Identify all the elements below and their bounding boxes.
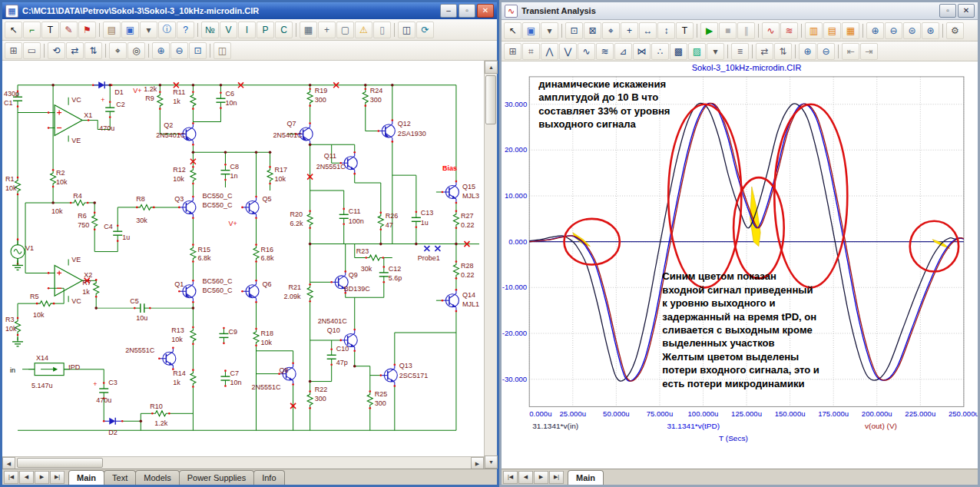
- vertical-scroll-thumb[interactable]: [485, 75, 496, 124]
- point-tag-icon[interactable]: +: [621, 22, 638, 39]
- next-page-button[interactable]: ▶: [35, 471, 49, 484]
- cursor-vertical-icon[interactable]: ⇅: [774, 43, 792, 60]
- component-C11[interactable]: [339, 208, 349, 225]
- crosshair-icon[interactable]: +: [318, 22, 336, 38]
- find-icon[interactable]: ⌖: [109, 42, 127, 59]
- component-R16[interactable]: [253, 244, 259, 262]
- component-R23[interactable]: [365, 255, 384, 260]
- component-R26[interactable]: [378, 212, 383, 230]
- component-R8[interactable]: [136, 204, 155, 210]
- properties-icon[interactable]: ⚙: [946, 22, 964, 39]
- component-X14[interactable]: [28, 363, 70, 376]
- multi-trace-icon[interactable]: ≋: [596, 43, 614, 60]
- node-voltages-icon[interactable]: V: [220, 22, 237, 38]
- waveform-add-icon[interactable]: ⋀: [541, 43, 558, 60]
- next-page-button[interactable]: ▶: [534, 471, 548, 484]
- component-C6[interactable]: [216, 91, 225, 108]
- component-dropdown-icon[interactable]: ▾: [140, 22, 157, 38]
- component-menu-icon[interactable]: ▣: [522, 22, 540, 39]
- mirror-icon[interactable]: ◫: [398, 22, 416, 38]
- tab-info[interactable]: Info: [253, 470, 284, 485]
- powers-icon[interactable]: P: [257, 22, 274, 38]
- wire-mode-icon[interactable]: ⌐: [23, 22, 41, 38]
- component-R12[interactable]: [190, 166, 196, 184]
- warning-icon[interactable]: ⚠: [355, 22, 372, 38]
- component-gnd2[interactable]: [12, 337, 23, 346]
- component-Q5[interactable]: [241, 196, 259, 219]
- probe-ac-icon[interactable]: ≋: [780, 22, 798, 39]
- component-Q12[interactable]: [377, 119, 395, 142]
- zoom-area-icon[interactable]: ⊡: [189, 42, 207, 59]
- run-icon[interactable]: ▶: [700, 22, 718, 39]
- close-button[interactable]: ✕: [958, 4, 975, 18]
- component-dropdown-icon[interactable]: ▾: [541, 22, 558, 39]
- tab-main[interactable]: Main: [568, 470, 604, 485]
- stop-icon[interactable]: ■: [719, 22, 737, 39]
- component-R22[interactable]: [307, 390, 313, 409]
- select-tool-icon[interactable]: ↖: [5, 22, 22, 38]
- component-R20[interactable]: [307, 210, 313, 229]
- component-R5[interactable]: [36, 301, 55, 306]
- component-R15[interactable]: [190, 244, 196, 262]
- cursor-horizontal-icon[interactable]: ⇄: [756, 43, 773, 60]
- sheet-icon[interactable]: ▯: [373, 22, 391, 38]
- schematic-canvas-area[interactable]: 430pC1VCX1VED1C2470u+V+1.2kR9R111kC610nR…: [2, 61, 484, 456]
- component-R6[interactable]: [92, 212, 98, 230]
- node-numbers-icon[interactable]: №: [201, 22, 219, 38]
- grid-toggle-icon[interactable]: ⊞: [504, 43, 521, 60]
- select-area-icon[interactable]: ▭: [23, 42, 41, 59]
- component-R13[interactable]: [190, 326, 196, 345]
- component-R24[interactable]: [363, 88, 368, 106]
- minimize-button[interactable]: –: [440, 4, 457, 18]
- conditions-icon[interactable]: C: [275, 22, 293, 38]
- horizontal-scroll-thumb[interactable]: [17, 458, 103, 468]
- last-page-button[interactable]: ▶|: [549, 471, 564, 484]
- info-icon[interactable]: ⓘ: [158, 22, 176, 38]
- grid-icon[interactable]: ▦: [300, 22, 317, 38]
- text-tool-icon[interactable]: T: [676, 22, 694, 39]
- component-C4[interactable]: [113, 224, 122, 241]
- component-R19[interactable]: [307, 88, 313, 106]
- component-R2[interactable]: [51, 169, 56, 187]
- component-R28[interactable]: [453, 260, 459, 279]
- zoom-out-icon[interactable]: ⊖: [885, 22, 902, 39]
- schematic-canvas[interactable]: 430pC1VCX1VED1C2470u+V+1.2kR9R111kC610nR…: [2, 61, 484, 456]
- copy-image-icon[interactable]: ◫: [214, 42, 231, 59]
- analysis-titlebar[interactable]: ∿ Transient Analysis ▫✕: [502, 2, 978, 20]
- previous-page-icon[interactable]: ⇤: [842, 43, 859, 60]
- component-C7[interactable]: [220, 369, 230, 386]
- clipboard-icon[interactable]: ▤: [103, 22, 121, 38]
- schematic-titlebar[interactable]: ▦ C:\MC11\DATA\Petrov\Sokol-3\Sokol-3_10…: [2, 2, 497, 19]
- tab-power-supplies[interactable]: Power Supplies: [179, 470, 254, 485]
- tab-text[interactable]: Text: [104, 470, 136, 485]
- rotate-icon[interactable]: ⟲: [48, 42, 65, 59]
- component-R4[interactable]: [70, 200, 89, 205]
- currents-icon[interactable]: I: [238, 22, 256, 38]
- component-Q13[interactable]: [379, 363, 397, 386]
- component-R25[interactable]: [367, 390, 372, 409]
- help-icon[interactable]: ?: [177, 22, 194, 38]
- first-page-button[interactable]: |◀: [4, 471, 18, 484]
- component-C9[interactable]: [219, 327, 228, 344]
- component-C12[interactable]: [379, 266, 389, 283]
- zoom-in-icon[interactable]: ⊕: [866, 22, 884, 39]
- component-C13[interactable]: [412, 211, 421, 228]
- component-Q15[interactable]: [442, 181, 459, 204]
- close-button[interactable]: ✕: [477, 4, 494, 18]
- next-page-icon[interactable]: ⇥: [860, 43, 878, 60]
- flip-horizontal-icon[interactable]: ⇄: [66, 42, 84, 59]
- component-probe-mark-1[interactable]: [424, 246, 429, 251]
- numeric-output-icon[interactable]: ▥: [805, 22, 823, 39]
- vertical-scrollbar[interactable]: ▲ ▼: [484, 61, 497, 469]
- previous-page-button[interactable]: ◀: [19, 471, 34, 484]
- component-R11[interactable]: [190, 91, 196, 109]
- pattern-icon[interactable]: ⊞: [5, 42, 22, 59]
- component-D2[interactable]: [103, 418, 124, 425]
- text-list-icon[interactable]: ≡: [731, 43, 749, 60]
- data-points-icon[interactable]: ∴: [651, 43, 669, 60]
- horizontal-scrollbar[interactable]: ◀ ▶: [2, 456, 484, 469]
- layers-icon[interactable]: ▩: [670, 43, 687, 60]
- last-page-button[interactable]: ▶|: [50, 471, 65, 484]
- zoom-in-icon[interactable]: ⊕: [799, 43, 816, 60]
- trace-icon[interactable]: ∿: [578, 43, 595, 60]
